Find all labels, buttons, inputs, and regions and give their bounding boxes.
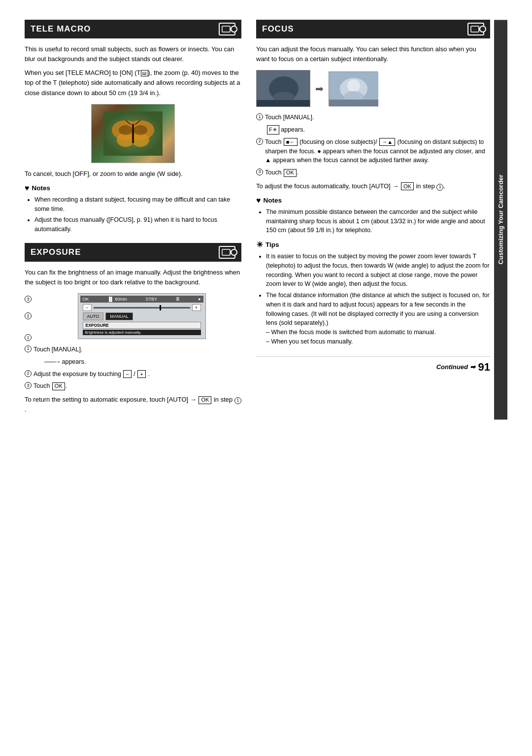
focus-step-1a: F☀ appears. — [256, 125, 490, 135]
focus-step-circle-2: 2 — [256, 138, 263, 145]
close-focus-btn[interactable]: ■← — [284, 138, 298, 146]
far-focus-btn[interactable]: →▲ — [379, 138, 395, 146]
plus-inline[interactable]: + — [137, 370, 145, 378]
focus-header: FOCUS — [256, 20, 490, 38]
step-circle-3: 3 — [25, 382, 32, 389]
sidebar-label: Customizing Your Camcorder — [494, 20, 507, 419]
tele-macro-icon — [219, 23, 235, 35]
appears-text: appears. — [62, 357, 86, 367]
appears-line: ——→ appears. — [44, 357, 86, 367]
focus-body: You can adjust the focus manually. You c… — [256, 44, 490, 64]
focus-appears: F☀ appears. — [267, 125, 305, 135]
exposure-diagram-container: 3 2 1 OK ▐▌ 60min STBY ≣ ● — [42, 293, 241, 339]
step-marker-1: 1 — [25, 334, 32, 341]
focus-notes: ♥ Notes The minimum possible distance be… — [256, 196, 490, 235]
focus-step-3: 3 Touch OK. — [256, 168, 490, 177]
tip-item-1: It is easier to focus on the subject by … — [266, 252, 490, 289]
svg-point-8 — [133, 125, 147, 135]
tip-item-2: The focal distance information (the dist… — [266, 291, 490, 346]
page-footer: Continued ➡ 91 — [256, 356, 490, 374]
exposure-screen: OK ▐▌ 60min STBY ≣ ● − — [78, 293, 206, 339]
exposure-title: EXPOSURE — [31, 247, 81, 257]
cancel-note: To cancel, touch [OFF], or zoom to wide … — [25, 169, 241, 179]
stby-status: STBY — [145, 297, 157, 302]
tips-label: Tips — [266, 241, 279, 248]
note-item: When recording a distant subject, focusi… — [34, 195, 241, 214]
ok-auto[interactable]: OK — [199, 396, 211, 404]
tips-list: It is easier to focus on the subject by … — [256, 252, 490, 346]
focus-img-bright — [329, 71, 378, 106]
exposure-auto-note: To return the setting to automatic expos… — [25, 395, 241, 414]
main-content: TELE MACRO This is useful to record smal… — [25, 20, 490, 419]
exposure-section: EXPOSURE You can fix the brightness of a… — [25, 243, 241, 415]
slider-bar — [94, 307, 190, 309]
brightness-note: Brightness is adjusted manually. — [83, 330, 201, 335]
focus-step-2: 2 Touch ■← (focusing on close subjects)/… — [256, 137, 490, 165]
focus-auto-text: To adjust the focus automatically, touch… — [256, 181, 490, 191]
step-marker-3: 3 — [25, 296, 32, 303]
tele-macro-section: TELE MACRO This is useful to record smal… — [25, 20, 241, 234]
butterfly-image-container — [25, 104, 241, 163]
step-1-text: Touch [MANUAL]. — [33, 345, 82, 354]
svg-rect-0 — [222, 26, 230, 32]
note-icon: ♥ — [25, 184, 30, 193]
focus-step-1-text: Touch [MANUAL]. — [265, 113, 314, 122]
minus-inline[interactable]: − — [123, 370, 131, 378]
ok-focus[interactable]: OK — [284, 169, 297, 177]
ok-btn-inline[interactable]: OK — [52, 382, 65, 390]
focus-step-circle-1: 1 — [256, 113, 263, 120]
plus-btn[interactable]: + — [192, 304, 201, 311]
tele-macro-cancel: To cancel, touch [OFF], or zoom to wide … — [25, 169, 241, 179]
focus-step-2-text: Touch ■← (focusing on close subjects)/ →… — [265, 137, 490, 165]
notes-label: Notes — [32, 184, 51, 192]
focus-para: You can adjust the focus manually. You c… — [256, 44, 490, 64]
step-2-text: Adjust the exposure by touching − / + . — [33, 370, 150, 379]
focus-icon — [467, 23, 484, 35]
continued-label: Continued — [436, 363, 468, 371]
svg-rect-9 — [132, 124, 134, 143]
format-status: ≣ — [176, 297, 180, 302]
exposure-step-1a: ——→ appears. — [25, 357, 241, 367]
ok-auto-focus[interactable]: OK — [401, 182, 414, 190]
focus-step-circle-3: 3 — [256, 169, 263, 175]
svg-rect-12 — [222, 249, 230, 255]
tips-section: ☀ Tips It is easier to focus on the subj… — [256, 240, 490, 346]
focus-title: FOCUS — [262, 24, 294, 34]
svg-rect-20 — [257, 100, 310, 107]
auto-tab[interactable]: AUTO — [83, 312, 104, 320]
tips-icon: ☀ — [256, 240, 263, 249]
tele-macro-notes: ♥ Notes When recording a distant subject… — [25, 184, 241, 234]
step-marker-2: 2 — [25, 312, 32, 319]
exposure-step-1: 1 Touch [MANUAL]. — [25, 345, 241, 354]
butterfly-image — [91, 104, 175, 163]
focus-steps: 1 Touch [MANUAL]. F☀ appears. 2 Touch ■←… — [256, 113, 490, 177]
svg-point-23 — [347, 79, 360, 92]
focus-auto-note: To adjust the focus automatically, touch… — [256, 181, 490, 191]
ok-status: OK — [83, 297, 89, 302]
focus-section: FOCUS You can adjust the focus manually.… — [256, 20, 490, 346]
minus-btn[interactable]: − — [83, 304, 92, 311]
tele-macro-body: This is useful to record small subjects,… — [25, 44, 241, 98]
step-3-text: Touch OK. — [33, 381, 67, 391]
right-column: FOCUS You can adjust the focus manually.… — [256, 20, 490, 419]
status-bar: OK ▐▌ 60min STBY ≣ ● — [80, 296, 203, 303]
two-column-layout: TELE MACRO This is useful to record smal… — [25, 20, 490, 419]
continued-text: Continued ➡ — [436, 363, 475, 371]
auto-note-text: To return the setting to automatic expos… — [25, 395, 241, 414]
exposure-para: You can fix the brightness of an image m… — [25, 268, 241, 287]
exposure-steps: 1 Touch [MANUAL]. ——→ appears. 2 — [25, 345, 241, 391]
step-ref-1: 1 — [234, 397, 241, 404]
left-column: TELE MACRO This is useful to record smal… — [25, 20, 241, 419]
svg-point-7 — [119, 125, 133, 135]
slider-thumb — [160, 305, 161, 310]
svg-point-6 — [132, 133, 149, 147]
focus-arrow: ➡ — [315, 83, 324, 95]
manual-tab[interactable]: MANUAL — [105, 312, 133, 320]
rec-status: ● — [198, 297, 200, 302]
focus-notes-list: The minimum possible distance between th… — [256, 207, 490, 235]
focus-note-item: The minimum possible distance between th… — [266, 207, 490, 235]
page-layout: TELE MACRO This is useful to record smal… — [25, 20, 507, 419]
slider-row: − + — [83, 304, 201, 311]
continued-arrow: ➡ — [470, 363, 475, 371]
tele-macro-para2: When you set [TELE MACRO] to [ON] (T🖴), … — [25, 68, 241, 98]
